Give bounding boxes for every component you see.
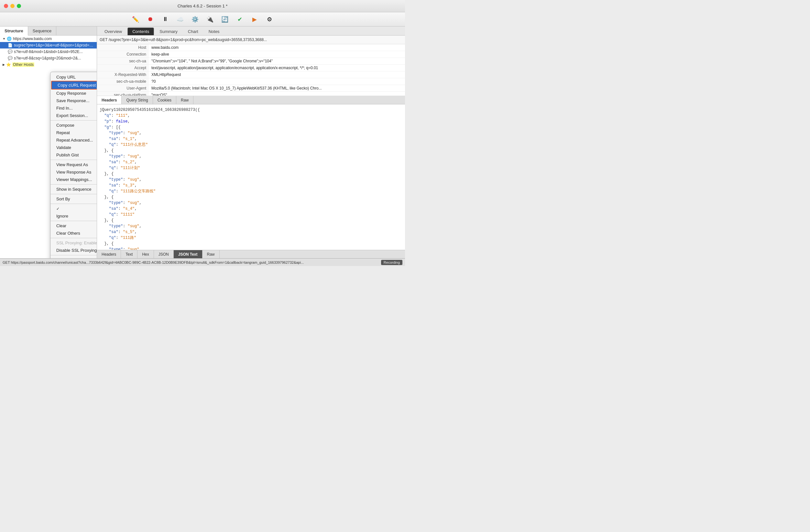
json-line: "type": "sug",	[100, 200, 402, 206]
bottom-tab-hex[interactable]: Hex	[137, 250, 153, 258]
tab-chart[interactable]: Chart	[183, 28, 203, 35]
json-line: }, {	[100, 217, 402, 223]
json-line: "p": false,	[100, 119, 402, 124]
tree-item-s2[interactable]: 💬 s?ie=utf-8&csq=1&pstg=20&mod=2&...	[0, 55, 97, 62]
kv-row-sec-ch-ua: sec-ch-ua "Chromium";v="104", " Not A;Br…	[97, 58, 405, 65]
kv-key: sec-ch-ua-platform	[97, 92, 149, 96]
arrow-right-icon[interactable]: ▶	[250, 15, 259, 24]
tab-notes[interactable]: Notes	[204, 28, 225, 35]
kv-val: keep-alive	[149, 51, 405, 57]
cm-sep-8	[50, 255, 97, 255]
json-line: }, {	[100, 194, 402, 200]
bottom-tab-json[interactable]: JSON	[154, 250, 174, 258]
pause-icon[interactable]: ⏸	[161, 15, 170, 24]
tree-item-label: https://www.baidu.com	[13, 36, 52, 41]
kv-key: X-Requested-With	[97, 71, 149, 78]
cm-show-in-sequence[interactable]: Show in Sequence	[50, 185, 97, 193]
cm-sep-2	[50, 160, 97, 160]
cm-clear-others[interactable]: Clear Others	[50, 230, 97, 237]
kv-val: Mozilla/5.0 (Macintosh; Intel Mac OS X 1…	[149, 85, 405, 92]
cm-view-request-as[interactable]: View Request As	[50, 161, 97, 168]
json-line: "g": [{	[100, 124, 402, 130]
kv-val: ?0	[149, 78, 405, 85]
context-menu: Copy URL Copy cURL Request Copy Response…	[50, 72, 97, 258]
check-icon[interactable]: ✔	[235, 15, 244, 24]
network-icon[interactable]: 🔌	[206, 15, 214, 24]
json-line: "sa": "s_4",	[100, 206, 402, 212]
json-line: "sa": "s_5",	[100, 229, 402, 235]
cm-disable-ssl-proxying[interactable]: Disable SSL Proxying	[50, 247, 97, 254]
kv-val: www.baidu.com	[149, 44, 405, 51]
cm-validate[interactable]: Validate	[50, 144, 97, 151]
bottom-tab-raw[interactable]: Raw	[202, 250, 220, 258]
right-tabs: Overview Contents Summary Chart Notes	[97, 27, 405, 36]
tree-item-label: s?ie=utf-8&csq=1&pstg=20&mod=2&...	[14, 56, 81, 61]
cm-compose[interactable]: Compose	[50, 121, 97, 129]
cm-save-response[interactable]: Save Response...	[50, 97, 97, 104]
refresh-icon[interactable]: 🔄	[220, 15, 229, 24]
cm-find-in[interactable]: Find In...	[50, 104, 97, 112]
json-line: "q": "111路公交车路线"	[100, 188, 402, 194]
tab-sequence[interactable]: Sequence	[28, 27, 56, 35]
cm-sep-1	[50, 120, 97, 120]
sub-tab-headers[interactable]: Headers	[97, 96, 122, 104]
json-line: "type": "sug",	[100, 223, 402, 229]
tree-item-other-hosts[interactable]: ▶ ⭐ Other Hosts	[0, 62, 97, 68]
sub-tab-cookies[interactable]: Cookies	[153, 96, 176, 104]
maximize-button[interactable]	[17, 4, 21, 8]
minimize-button[interactable]	[10, 4, 15, 8]
cm-repeat-advanced[interactable]: Repeat Advanced...	[50, 136, 97, 144]
kv-row-host: Host www.baidu.com	[97, 44, 405, 51]
cm-breakpoints[interactable]: Breakpoints	[50, 256, 97, 258]
kv-row-accept: Accept text/javascript, application/java…	[97, 65, 405, 71]
bottom-tab-text[interactable]: Text	[121, 250, 137, 258]
record-icon[interactable]: ⏺	[146, 15, 155, 24]
cm-sort-by[interactable]: Sort By	[50, 195, 97, 203]
cm-view-response-as[interactable]: View Response As	[50, 168, 97, 176]
tab-structure[interactable]: Structure	[0, 27, 28, 36]
cm-sep-6	[50, 221, 97, 221]
pen-icon[interactable]: ✏️	[131, 15, 140, 24]
cm-focus[interactable]: Focus	[50, 205, 97, 212]
tab-summary[interactable]: Summary	[155, 28, 182, 35]
sub-tab-raw[interactable]: Raw	[176, 96, 193, 104]
json-line: }, {	[100, 241, 402, 247]
cm-copy-response[interactable]: Copy Response	[50, 89, 97, 97]
left-panel: Structure Sequence ▼ 🌐 https://www.baidu…	[0, 27, 97, 258]
tree-item-baidu-root[interactable]: ▼ 🌐 https://www.baidu.com	[0, 36, 97, 42]
kv-key: sec-ch-ua	[97, 58, 149, 64]
cm-repeat[interactable]: Repeat	[50, 129, 97, 136]
cm-ignore[interactable]: Ignore	[50, 212, 97, 220]
globe-icon: 🌐	[7, 36, 12, 41]
tab-contents[interactable]: Contents	[127, 28, 154, 35]
kv-section: Host www.baidu.com Connection keep-alive…	[97, 44, 405, 96]
cm-publish-gist[interactable]: Publish Gist	[50, 151, 97, 159]
settings-icon[interactable]: ⚙️	[191, 15, 199, 24]
close-button[interactable]	[4, 4, 8, 8]
cm-export-session[interactable]: Export Session...	[50, 112, 97, 119]
json-area: jQuery110202050754351615824_166382698027…	[97, 104, 405, 250]
bottom-sub-tabs: Headers Text Hex JSON JSON Text Raw	[97, 250, 405, 258]
doc-icon: 💬	[8, 49, 13, 54]
gear-icon[interactable]: ⚙	[265, 15, 274, 24]
cm-copy-url[interactable]: Copy URL	[50, 73, 97, 81]
kv-key: Host	[97, 44, 149, 51]
sub-tab-query-string[interactable]: Query String	[122, 96, 153, 104]
right-panel: Overview Contents Summary Chart Notes GE…	[97, 27, 405, 258]
json-line: }, {	[100, 171, 402, 177]
bottom-tab-headers[interactable]: Headers	[97, 250, 121, 258]
tree-item-sugrec[interactable]: 📄 sugrec?pre=1&p=3&ie=utf-8&json=1&prod=…	[0, 42, 97, 49]
cloud-icon[interactable]: ☁️	[176, 15, 185, 24]
left-tabs: Structure Sequence	[0, 27, 97, 36]
tree-item-s1[interactable]: 💬 s?ie=utf-8&mod=1&isbd=1&isid=952E...	[0, 49, 97, 55]
bottom-tab-json-text[interactable]: JSON Text	[174, 250, 202, 258]
toolbar: ✏️ ⏺ ⏸ ☁️ ⚙️ 🔌 🔄 ✔ ▶ ⚙	[0, 12, 405, 27]
titlebar-buttons	[4, 4, 21, 8]
tree-item-label: Other Hosts	[12, 62, 34, 67]
tab-overview[interactable]: Overview	[100, 28, 127, 35]
kv-row-user-agent: User-Agent Mozilla/5.0 (Macintosh; Intel…	[97, 85, 405, 92]
cm-clear[interactable]: Clear	[50, 222, 97, 230]
json-line: "q": "111什么意思"	[100, 142, 402, 148]
cm-viewer-mappings[interactable]: Viewer Mappings...	[50, 176, 97, 183]
cm-copy-curl[interactable]: Copy cURL Request	[51, 81, 97, 89]
